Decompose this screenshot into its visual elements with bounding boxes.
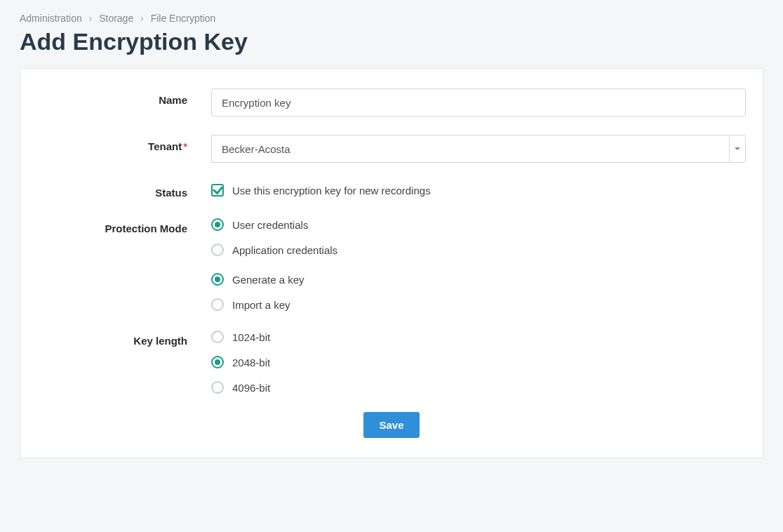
tenant-select[interactable]: Becker-Acosta: [211, 135, 746, 163]
radio-label: 2048-bit: [232, 357, 270, 368]
radio-icon: [211, 244, 224, 256]
chevron-down-icon: [735, 147, 740, 150]
radio-icon: [211, 298, 224, 311]
radio-icon: [211, 273, 224, 286]
chevron-right-icon: ›: [140, 13, 144, 24]
radio-icon: [211, 356, 224, 368]
protection-mode-group: User credentials Application credentials: [211, 217, 746, 256]
chevron-right-icon: ›: [89, 13, 93, 24]
key-length-label: Key length: [37, 329, 211, 347]
status-checkbox[interactable]: [211, 184, 224, 197]
radio-icon: [211, 381, 224, 394]
radio-label: Generate a key: [232, 274, 304, 286]
radio-icon: [211, 331, 224, 343]
radio-user-credentials[interactable]: User credentials: [211, 218, 746, 231]
radio-icon: [211, 218, 224, 231]
tenant-select-value[interactable]: Becker-Acosta: [211, 135, 729, 163]
breadcrumb-item-storage[interactable]: Storage: [99, 13, 133, 24]
radio-label: Import a key: [232, 299, 290, 311]
status-label: Status: [37, 181, 211, 199]
radio-generate-key[interactable]: Generate a key: [211, 273, 746, 286]
page-title: Add Encryption Key: [20, 28, 763, 55]
required-marker: *: [183, 140, 187, 152]
key-source-group: Generate a key Import a key: [211, 272, 746, 311]
radio-2048-bit[interactable]: 2048-bit: [211, 356, 746, 368]
radio-4096-bit[interactable]: 4096-bit: [211, 381, 746, 394]
name-input[interactable]: [211, 88, 746, 117]
name-label: Name: [37, 88, 211, 106]
radio-label: Application credentials: [232, 244, 337, 256]
protection-mode-label: Protection Mode: [37, 217, 211, 234]
radio-1024-bit[interactable]: 1024-bit: [211, 331, 746, 343]
breadcrumb-item-administration[interactable]: Administration: [20, 13, 82, 24]
breadcrumb-item-file-encryption[interactable]: File Encryption: [151, 13, 216, 24]
radio-import-key[interactable]: Import a key: [211, 298, 746, 311]
radio-label: 1024-bit: [232, 331, 270, 343]
status-checkbox-label[interactable]: Use this encryption key for new recordin…: [232, 185, 431, 197]
breadcrumb: Administration › Storage › File Encrypti…: [20, 13, 763, 24]
radio-label: 4096-bit: [232, 382, 270, 394]
key-length-group: 1024-bit 2048-bit 4096-bit: [211, 329, 746, 394]
tenant-label: Tenant*: [37, 135, 211, 152]
form-panel: Name Tenant* Becker-Acosta Status: [20, 68, 763, 458]
tenant-select-caret[interactable]: [729, 135, 746, 163]
radio-label: User credentials: [232, 219, 308, 231]
save-button[interactable]: Save: [363, 412, 419, 438]
radio-application-credentials[interactable]: Application credentials: [211, 244, 746, 256]
